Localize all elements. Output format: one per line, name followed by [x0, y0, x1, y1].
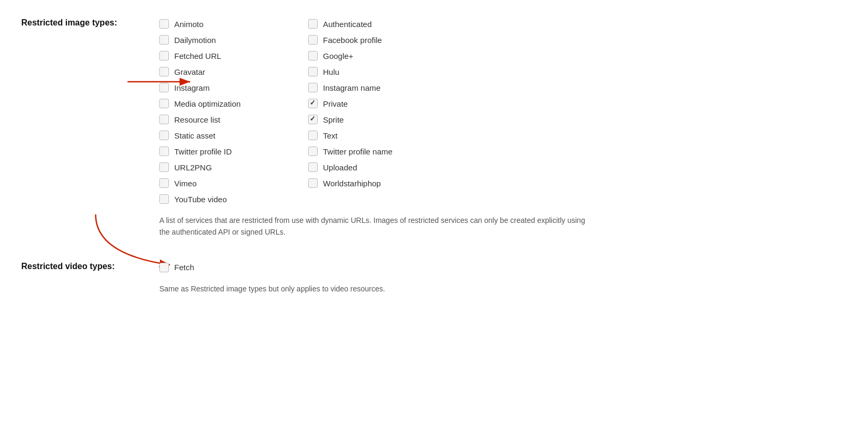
- checkbox-input[interactable]: [308, 67, 318, 76]
- checkbox-label: Fetched URL: [174, 51, 221, 61]
- checkbox-label: Text: [323, 131, 338, 140]
- checkbox-input[interactable]: [308, 115, 318, 124]
- checkbox-label: Private: [323, 99, 348, 108]
- checkbox-input[interactable]: [159, 99, 169, 108]
- checkbox-label: YouTube video: [174, 195, 227, 204]
- checkbox-item[interactable]: Fetched URL: [159, 48, 308, 64]
- video-col2: [308, 260, 457, 275]
- checkbox-item[interactable]: Text: [308, 127, 457, 143]
- checkbox-label: Animoto: [174, 20, 203, 29]
- checkbox-label: Gravatar: [174, 67, 205, 76]
- restricted-video-section: Restricted video types: Fetch Same as Re…: [21, 260, 847, 295]
- checkbox-input[interactable]: [159, 131, 169, 140]
- checkbox-item[interactable]: Static asset: [159, 127, 308, 143]
- checkbox-item[interactable]: Private: [308, 96, 457, 111]
- checkbox-label: Instagram name: [323, 83, 380, 92]
- checkbox-label: Worldstarhiphop: [323, 179, 381, 188]
- checkbox-label: Instagram: [174, 83, 210, 92]
- image-col1: AnimotoDailymotionFetched URLGravatarIns…: [159, 16, 308, 207]
- checkbox-input[interactable]: [159, 67, 169, 76]
- checkbox-item[interactable]: Fetch: [159, 260, 308, 275]
- checkbox-label: Hulu: [323, 67, 339, 76]
- checkbox-item[interactable]: Sprite: [308, 111, 457, 127]
- checkbox-input[interactable]: [159, 35, 169, 45]
- checkbox-label: Uploaded: [323, 163, 357, 172]
- checkbox-item[interactable]: Facebook profile: [308, 32, 457, 48]
- checkbox-item[interactable]: Instagram name: [308, 80, 457, 96]
- checkbox-label: Fetch: [174, 263, 194, 272]
- checkbox-label: Static asset: [174, 131, 216, 140]
- checkbox-label: Google+: [323, 51, 353, 61]
- video-description: Same as Restricted image types but only …: [159, 283, 595, 295]
- checkbox-input[interactable]: [308, 147, 318, 156]
- checkbox-input[interactable]: [159, 147, 169, 156]
- image-checkbox-columns: AnimotoDailymotionFetched URLGravatarIns…: [159, 16, 847, 207]
- checkbox-input[interactable]: [308, 99, 318, 108]
- checkbox-item[interactable]: Hulu: [308, 64, 457, 80]
- checkbox-input[interactable]: [308, 178, 318, 188]
- checkbox-input[interactable]: [159, 19, 169, 29]
- checkbox-label: Sprite: [323, 115, 344, 124]
- checkbox-input[interactable]: [308, 51, 318, 61]
- checkbox-label: Facebook profile: [323, 36, 382, 45]
- checkbox-input[interactable]: [159, 115, 169, 124]
- checkbox-item[interactable]: Twitter profile name: [308, 143, 457, 159]
- checkbox-label: Authenticated: [323, 20, 372, 29]
- checkbox-input[interactable]: [159, 83, 169, 92]
- video-checkboxes-area: Fetch Same as Restricted image types but…: [159, 260, 847, 295]
- checkbox-item[interactable]: Resource list: [159, 111, 308, 127]
- image-section-label: Restricted image types:: [21, 16, 159, 28]
- checkbox-item[interactable]: YouTube video: [159, 191, 308, 207]
- checkbox-label: Twitter profile name: [323, 147, 393, 156]
- checkbox-item[interactable]: Media optimization: [159, 96, 308, 111]
- checkbox-input[interactable]: [308, 19, 318, 29]
- checkbox-item[interactable]: Instagram: [159, 80, 308, 96]
- checkbox-label: Vimeo: [174, 179, 197, 188]
- checkbox-input[interactable]: [308, 162, 318, 172]
- checkbox-item[interactable]: Google+: [308, 48, 457, 64]
- checkbox-item[interactable]: Dailymotion: [159, 32, 308, 48]
- video-section-label: Restricted video types:: [21, 260, 159, 271]
- image-checkboxes-area: AnimotoDailymotionFetched URLGravatarIns…: [159, 16, 847, 238]
- image-description: A list of services that are restricted f…: [159, 214, 595, 238]
- checkbox-item[interactable]: Twitter profile ID: [159, 143, 308, 159]
- checkbox-input[interactable]: [159, 51, 169, 61]
- checkbox-label: Media optimization: [174, 99, 241, 108]
- video-col1: Fetch: [159, 260, 308, 275]
- checkbox-item[interactable]: Vimeo: [159, 175, 308, 191]
- checkbox-item[interactable]: Gravatar: [159, 64, 308, 80]
- checkbox-input[interactable]: [159, 194, 169, 204]
- checkbox-label: Resource list: [174, 115, 220, 124]
- checkbox-label: URL2PNG: [174, 163, 212, 172]
- checkbox-item[interactable]: URL2PNG: [159, 159, 308, 175]
- checkbox-input[interactable]: [159, 162, 169, 172]
- checkbox-input[interactable]: [308, 83, 318, 92]
- checkbox-label: Twitter profile ID: [174, 147, 232, 156]
- checkbox-item[interactable]: Authenticated: [308, 16, 457, 32]
- image-col2: AuthenticatedFacebook profileGoogle+Hulu…: [308, 16, 457, 207]
- checkbox-item[interactable]: Animoto: [159, 16, 308, 32]
- checkbox-input[interactable]: [159, 178, 169, 188]
- checkbox-item[interactable]: Worldstarhiphop: [308, 175, 457, 191]
- checkbox-item[interactable]: Uploaded: [308, 159, 457, 175]
- checkbox-label: Dailymotion: [174, 36, 216, 45]
- restricted-image-section: Restricted image types: AnimotoDailymoti…: [21, 16, 847, 238]
- checkbox-input[interactable]: [308, 131, 318, 140]
- video-checkbox-columns: Fetch: [159, 260, 847, 275]
- checkbox-input[interactable]: [308, 35, 318, 45]
- checkbox-input[interactable]: [159, 263, 169, 272]
